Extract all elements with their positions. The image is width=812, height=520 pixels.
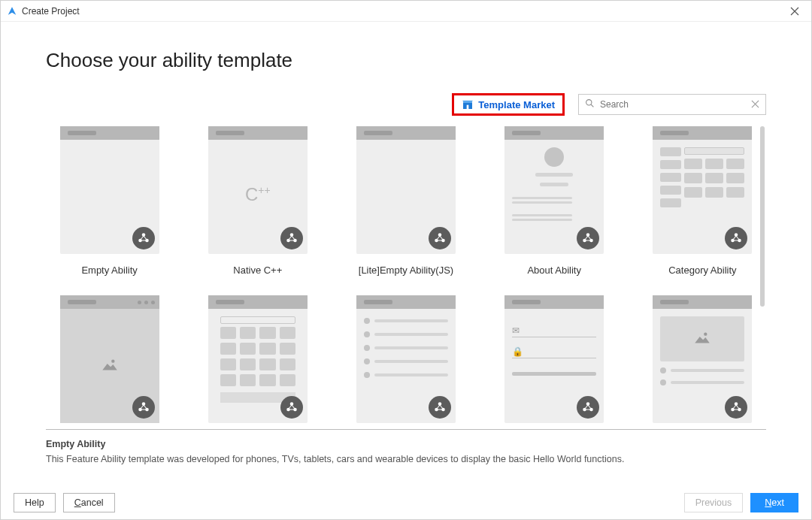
template-label: Empty Ability [81,265,137,276]
template-card-native-cpp[interactable]: C++ Native C++ [198,126,317,276]
ability-badge-icon [429,396,451,419]
template-market-label: Template Market [478,99,555,110]
svg-line-3 [591,104,593,107]
image-placeholder-icon [98,355,121,377]
titlebar: Create Project [1,1,811,22]
email-icon: ✉ [512,324,596,337]
next-button[interactable]: Next [750,493,798,512]
template-card-category-ability[interactable]: Category Ability [644,126,762,276]
window-title: Create Project [22,6,80,17]
description-title: Empty Ability [46,439,766,449]
template-card-lite-empty-ability-js[interactable]: [Lite]Empty Ability(JS) [347,126,465,276]
ability-badge-icon [429,227,451,249]
search-box[interactable] [578,94,766,115]
svg-point-33 [704,333,707,336]
template-card-navigation-ability[interactable]: Navigation Ability [644,295,762,430]
template-label: [Lite]Empty Ability(JS) [359,265,453,276]
ability-badge-icon [132,396,155,419]
ability-badge-icon [132,227,155,249]
footer: Help Cancel Previous Next [0,493,812,512]
svg-point-20 [111,360,114,363]
template-card-grid-ability[interactable]: Grid Ability [198,295,317,430]
scrollbar[interactable] [760,126,765,307]
app-logo-icon [7,6,17,17]
svg-point-2 [586,100,591,105]
template-label: Native C++ [233,265,282,276]
market-icon [462,98,474,110]
template-scroll-area[interactable]: Empty Ability C++ Native C++ [Lite]Empty… [46,125,766,430]
ability-badge-icon [577,227,599,249]
image-placeholder-icon [691,328,714,350]
search-input[interactable] [600,99,744,110]
template-card-empty-ability[interactable]: Empty Ability [50,126,168,276]
previous-button: Previous [684,493,744,512]
cancel-button[interactable]: Cancel [63,493,115,512]
cpp-icon: C++ [245,184,271,205]
help-button[interactable]: Help [14,493,56,512]
template-label: About Ability [527,265,581,276]
page-title: Choose your ability template [46,49,766,72]
template-grid: Empty Ability C++ Native C++ [Lite]Empty… [46,125,766,430]
ability-badge-icon [280,396,303,419]
template-market-link[interactable]: Template Market [452,93,565,116]
ability-badge-icon [577,396,599,419]
template-card-login-ability[interactable]: ✉ 🔒 Login Ability [495,295,614,430]
lock-icon: 🔒 [512,345,596,358]
template-card-list-tab-ability-js[interactable]: List Tab Ability (JS) [347,295,465,430]
clear-search-icon[interactable] [749,99,761,110]
template-card-full-screen-ability[interactable]: Full Screen Ability [50,295,168,430]
description-body: This Feature Ability template was develo… [46,452,766,467]
search-icon [583,98,595,110]
close-button[interactable] [784,4,805,19]
svg-rect-1 [467,105,469,109]
template-description: Empty Ability This Feature Ability templ… [1,430,811,467]
template-card-about-ability[interactable]: About Ability [495,126,614,276]
ability-badge-icon [280,227,303,249]
